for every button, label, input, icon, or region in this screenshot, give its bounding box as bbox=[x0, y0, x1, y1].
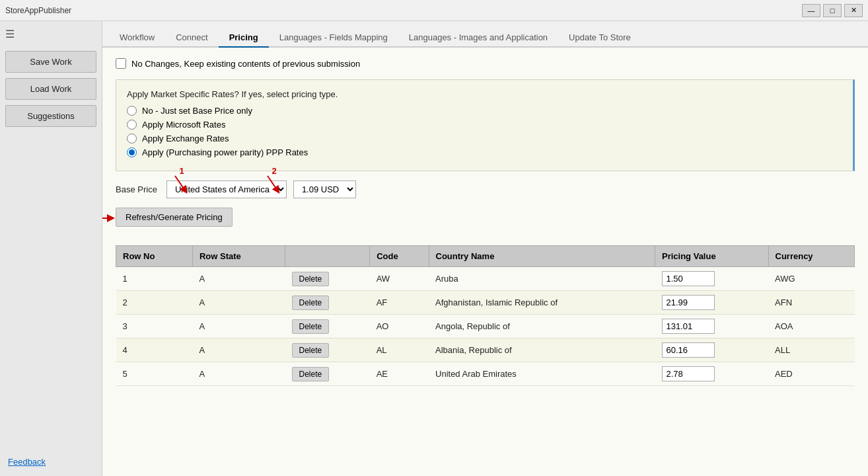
table-row: 2 A Delete AF Afghanistan, Islamic Repub… bbox=[116, 291, 855, 315]
delete-button-5[interactable]: Delete bbox=[292, 367, 330, 381]
radio-no-base[interactable]: No - Just set Base Price only bbox=[127, 106, 842, 116]
cell-currency: AWG bbox=[768, 267, 854, 291]
market-rates-box: Apply Market Specific Rates? If yes, sel… bbox=[116, 79, 855, 171]
radio-exchange-input[interactable] bbox=[127, 134, 137, 143]
cell-price[interactable] bbox=[655, 338, 769, 362]
price-input-5[interactable] bbox=[662, 366, 715, 381]
refresh-pricing-button[interactable]: Refresh/Generate Pricing bbox=[116, 208, 233, 227]
tab-connect[interactable]: Connect bbox=[165, 28, 218, 48]
cell-row-no: 5 bbox=[116, 362, 193, 386]
no-changes-label: No Changes, Keep existing contents of pr… bbox=[131, 59, 360, 69]
col-row-no: Row No bbox=[116, 246, 193, 267]
cell-code: AW bbox=[370, 267, 429, 291]
cell-currency: AFN bbox=[768, 291, 854, 315]
load-work-button[interactable]: Load Work bbox=[5, 78, 96, 100]
base-price-usd-select[interactable]: 1.09 USD bbox=[293, 180, 356, 198]
radio-ppp-label: Apply (Purchasing power parity) PPP Rate… bbox=[142, 147, 308, 157]
sidebar: ☰ Save Work Load Work Suggestions Feedba… bbox=[0, 21, 102, 476]
cell-code: AO bbox=[370, 315, 429, 338]
pricing-table: Row No Row State Code Country Name Prici… bbox=[116, 245, 855, 386]
delete-button-4[interactable]: Delete bbox=[292, 343, 330, 358]
no-changes-checkbox[interactable] bbox=[116, 58, 126, 69]
cell-row-state: A bbox=[192, 291, 285, 315]
col-currency: Currency bbox=[768, 246, 854, 267]
cell-row-state: A bbox=[192, 267, 285, 291]
price-input-1[interactable] bbox=[662, 271, 715, 286]
price-input-3[interactable] bbox=[662, 319, 715, 334]
base-price-label: Base Price bbox=[116, 184, 157, 194]
radio-microsoft-label: Apply Microsoft Rates bbox=[142, 120, 225, 130]
app-title: StoreAppPublisher bbox=[5, 6, 71, 15]
feedback-link[interactable]: Feedback bbox=[5, 454, 96, 469]
tab-bar: Workflow Connect Pricing Languages - Fie… bbox=[102, 21, 868, 48]
arrow-3-icon bbox=[102, 210, 116, 226]
tab-languages-fields[interactable]: Languages - Fields Mapping bbox=[269, 28, 398, 48]
radio-exchange[interactable]: Apply Exchange Rates bbox=[127, 134, 842, 143]
col-row-state: Row State bbox=[192, 246, 285, 267]
radio-exchange-label: Apply Exchange Rates bbox=[142, 134, 229, 143]
cell-row-no: 3 bbox=[116, 315, 193, 338]
radio-ppp[interactable]: Apply (Purchasing power parity) PPP Rate… bbox=[127, 147, 842, 157]
radio-microsoft-input[interactable] bbox=[127, 120, 137, 130]
cell-currency: ALL bbox=[768, 338, 854, 362]
col-actions bbox=[285, 246, 370, 267]
cell-delete[interactable]: Delete bbox=[285, 291, 370, 315]
no-changes-row: No Changes, Keep existing contents of pr… bbox=[116, 58, 855, 69]
table-row: 1 A Delete AW Aruba AWG bbox=[116, 267, 855, 291]
cell-country: Afghanistan, Islamic Republic of bbox=[429, 291, 655, 315]
window-controls: — □ ✕ bbox=[802, 4, 863, 17]
suggestions-button[interactable]: Suggestions bbox=[5, 105, 96, 127]
save-work-button[interactable]: Save Work bbox=[5, 51, 96, 73]
tab-pricing[interactable]: Pricing bbox=[219, 28, 269, 48]
delete-button-2[interactable]: Delete bbox=[292, 296, 330, 310]
delete-button-1[interactable]: Delete bbox=[292, 272, 330, 286]
cell-price[interactable] bbox=[655, 362, 769, 386]
cell-code: AF bbox=[370, 291, 429, 315]
tab-languages-images[interactable]: Languages - Images and Application bbox=[398, 28, 558, 48]
cell-country: United Arab Emirates bbox=[429, 362, 655, 386]
col-country-name: Country Name bbox=[429, 246, 655, 267]
cell-delete[interactable]: Delete bbox=[285, 267, 370, 291]
tab-workflow[interactable]: Workflow bbox=[109, 28, 165, 48]
radio-microsoft[interactable]: Apply Microsoft Rates bbox=[127, 120, 842, 130]
annotation-3-area: 3 bbox=[102, 210, 116, 226]
tab-update-to-store[interactable]: Update To Store bbox=[558, 28, 641, 48]
col-code: Code bbox=[370, 246, 429, 267]
cell-delete[interactable]: Delete bbox=[285, 315, 370, 338]
cell-row-no: 4 bbox=[116, 338, 193, 362]
table-row: 4 A Delete AL Albania, Republic of ALL bbox=[116, 338, 855, 362]
price-input-2[interactable] bbox=[662, 295, 715, 310]
cell-delete[interactable]: Delete bbox=[285, 362, 370, 386]
titlebar: StoreAppPublisher — □ ✕ bbox=[0, 0, 868, 21]
minimize-button[interactable]: — bbox=[802, 4, 820, 17]
maximize-button[interactable]: □ bbox=[823, 4, 842, 17]
radio-no-base-label: No - Just set Base Price only bbox=[142, 106, 252, 116]
delete-button-3[interactable]: Delete bbox=[292, 319, 330, 334]
close-button[interactable]: ✕ bbox=[844, 4, 863, 17]
cell-row-state: A bbox=[192, 338, 285, 362]
refresh-section: 3 Refresh/Generate Pricing bbox=[116, 208, 855, 236]
cell-country: Albania, Republic of bbox=[429, 338, 655, 362]
base-price-section: Base Price United States of America 1.09… bbox=[116, 180, 855, 198]
cell-row-state: A bbox=[192, 362, 285, 386]
base-price-row: Base Price United States of America 1.09… bbox=[116, 180, 855, 198]
cell-price[interactable] bbox=[655, 267, 769, 291]
cell-row-no: 1 bbox=[116, 267, 193, 291]
price-input-4[interactable] bbox=[662, 342, 715, 358]
cell-country: Angola, Republic of bbox=[429, 315, 655, 338]
table-row: 3 A Delete AO Angola, Republic of AOA bbox=[116, 315, 855, 338]
hamburger-icon[interactable]: ☰ bbox=[5, 28, 96, 40]
cell-currency: AOA bbox=[768, 315, 854, 338]
cell-row-no: 2 bbox=[116, 291, 193, 315]
base-price-country-select[interactable]: United States of America bbox=[166, 180, 287, 198]
cell-currency: AED bbox=[768, 362, 854, 386]
cell-code: AL bbox=[370, 338, 429, 362]
radio-no-base-input[interactable] bbox=[127, 106, 137, 116]
cell-delete[interactable]: Delete bbox=[285, 338, 370, 362]
col-pricing-value: Pricing Value bbox=[655, 246, 769, 267]
cell-price[interactable] bbox=[655, 291, 769, 315]
radio-ppp-input[interactable] bbox=[127, 147, 137, 157]
cell-price[interactable] bbox=[655, 315, 769, 338]
cell-code: AE bbox=[370, 362, 429, 386]
main-area: Workflow Connect Pricing Languages - Fie… bbox=[102, 21, 868, 476]
